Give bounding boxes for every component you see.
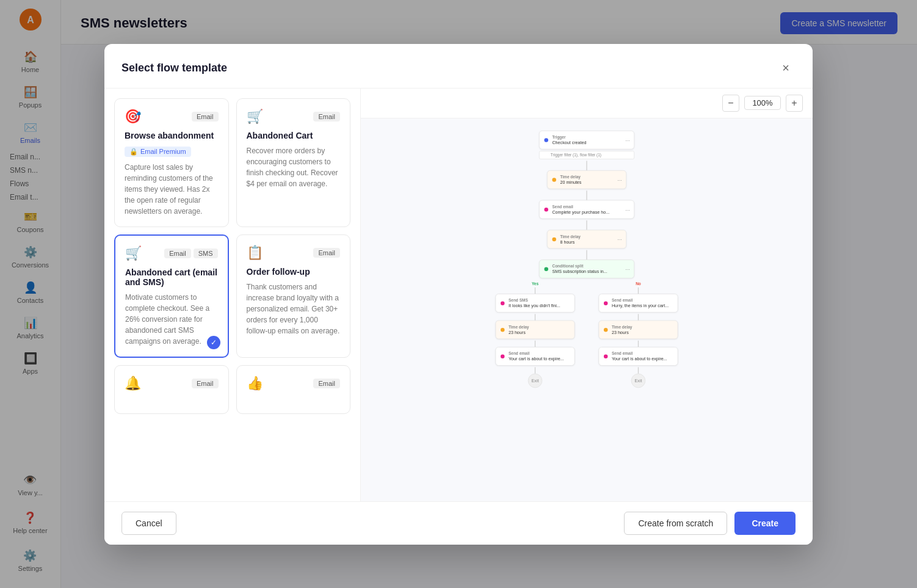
feedback-icon: 👍 bbox=[247, 376, 263, 391]
email-dot bbox=[604, 301, 608, 305]
browse-abandonment-icon: 🎯 bbox=[125, 109, 141, 125]
delay-dot bbox=[501, 327, 505, 332]
order-followup-icon: 📋 bbox=[247, 245, 263, 261]
zoom-in-button[interactable]: + bbox=[786, 95, 803, 112]
flow-node-send-sms: Send SMS It looks like you didn't fini..… bbox=[496, 294, 575, 313]
delay-dot bbox=[604, 327, 608, 332]
badge-email: Email bbox=[313, 379, 340, 388]
create-button[interactable]: Create bbox=[734, 512, 796, 535]
trigger-dot bbox=[544, 138, 548, 142]
flow-node-conditional: Conditional split SMS subscription statu… bbox=[539, 260, 634, 278]
badge-email: Email bbox=[192, 112, 219, 122]
flow-node-delay3: Time delay 23 hours bbox=[496, 320, 575, 339]
connector bbox=[586, 191, 587, 200]
flow-branches: Yes Send SMS It looks like you didn't fi… bbox=[468, 281, 706, 388]
preview-toolbar: − 100% + bbox=[361, 89, 813, 118]
badge-email: Email bbox=[192, 379, 219, 388]
footer-left: Cancel bbox=[121, 512, 176, 535]
template-card-abandoned-cart-email-sms[interactable]: 🛒 Email SMS Abandoned cart (email and SM… bbox=[114, 234, 229, 358]
abandoned-cart-icon: 🛒 bbox=[247, 109, 263, 125]
badge-email: Email bbox=[313, 248, 340, 258]
badge-sms: SMS bbox=[194, 249, 218, 258]
flow-node-send-email1: Send email Complete your purchase ho... … bbox=[539, 200, 634, 219]
branch-no: No Send email Hurry, the items in your c… bbox=[599, 281, 678, 388]
card-badges: Email bbox=[313, 112, 340, 122]
connector bbox=[586, 161, 587, 170]
card-name: Abandoned Cart bbox=[247, 131, 341, 140]
select-template-modal: Select flow template × 🎯 Email Browse ab… bbox=[104, 44, 813, 545]
flow-node-send-email2: Send email Your cart is about to expire.… bbox=[496, 347, 575, 366]
winback-icon: 🔔 bbox=[125, 376, 141, 391]
template-card-winback[interactable]: 🔔 Email bbox=[114, 365, 229, 414]
card-badges: Email bbox=[313, 379, 340, 388]
premium-badge: 🔒 Email Premium bbox=[125, 147, 191, 157]
card-badges: Email SMS bbox=[164, 249, 217, 258]
template-card-abandoned-cart[interactable]: 🛒 Email Abandoned Cart Recover more orde… bbox=[236, 98, 351, 227]
selected-check-icon: ✓ bbox=[207, 336, 220, 349]
flow-node-filter: Trigger filter (1), flow filter (1) bbox=[539, 151, 634, 159]
connector bbox=[638, 367, 639, 373]
connector bbox=[535, 287, 535, 293]
card-desc: Thank customers and increase brand loyal… bbox=[247, 281, 341, 336]
card-header: 📋 Email bbox=[247, 245, 341, 261]
connector bbox=[535, 340, 535, 346]
card-name: Order follow-up bbox=[247, 267, 341, 277]
templates-list: 🎯 Email Browse abandonment 🔒 Email Premi… bbox=[104, 89, 361, 501]
badge-email: Email bbox=[313, 112, 340, 122]
delay-dot bbox=[552, 178, 556, 182]
flow-node-delay1: Time delay 20 minutes ··· bbox=[547, 170, 626, 189]
card-desc: Recover more orders by encouraging custo… bbox=[247, 145, 341, 189]
abandoned-cart-sms-icon: 🛒 bbox=[125, 245, 142, 261]
modal-close-button[interactable]: × bbox=[776, 59, 796, 78]
delay-dot bbox=[552, 237, 556, 241]
lock-icon: 🔒 bbox=[129, 148, 138, 156]
card-header: 👍 Email bbox=[247, 376, 341, 391]
modal-body: 🎯 Email Browse abandonment 🔒 Email Premi… bbox=[104, 89, 813, 501]
preview-canvas: Trigger Checkout created ··· Trigger fil… bbox=[361, 118, 813, 501]
email-dot bbox=[544, 207, 548, 211]
branch-yes: Yes Send SMS It looks like you didn't fi… bbox=[496, 281, 575, 388]
connector bbox=[535, 314, 535, 320]
card-desc: Capture lost sales by reminding customer… bbox=[125, 162, 219, 217]
flow-diagram: Trigger Checkout created ··· Trigger fil… bbox=[468, 131, 706, 388]
card-header: 🛒 Email bbox=[247, 109, 341, 125]
badge-email: Email bbox=[164, 249, 191, 258]
connector bbox=[586, 250, 587, 260]
sms-dot bbox=[501, 301, 505, 305]
modal-title: Select flow template bbox=[121, 62, 227, 74]
card-badges: Email bbox=[313, 248, 340, 258]
flow-node-send-email3: Send email Your cart is about to expire.… bbox=[599, 347, 678, 366]
create-from-scratch-button[interactable]: Create from scratch bbox=[624, 512, 727, 535]
card-badges: Email bbox=[192, 112, 219, 122]
template-card-browse-abandonment[interactable]: 🎯 Email Browse abandonment 🔒 Email Premi… bbox=[114, 98, 229, 227]
flow-node-trigger: Trigger Checkout created ··· bbox=[539, 131, 634, 150]
card-badges: Email bbox=[192, 379, 219, 388]
email-dot bbox=[501, 354, 505, 358]
modal-header: Select flow template × bbox=[104, 44, 813, 89]
branch-end-yes: Exit bbox=[528, 373, 542, 387]
card-header: 🛒 Email SMS bbox=[125, 245, 218, 261]
modal-footer: Cancel Create from scratch Create bbox=[104, 501, 813, 545]
footer-right: Create from scratch Create bbox=[624, 512, 796, 535]
branch-end-no: Exit bbox=[631, 373, 645, 387]
card-name: Browse abandonment bbox=[125, 131, 219, 140]
template-preview: − 100% + Trigger Checkout created ··· bbox=[361, 89, 813, 501]
zoom-value: 100% bbox=[744, 96, 781, 110]
flow-node-delay2: Time delay 8 hours ··· bbox=[547, 230, 626, 249]
connector bbox=[638, 287, 639, 293]
card-desc: Motivate customers to complete checkout.… bbox=[125, 292, 218, 347]
card-name: Abandoned cart (email and SMS) bbox=[125, 267, 218, 287]
template-card-order-followup[interactable]: 📋 Email Order follow-up Thank customers … bbox=[236, 234, 351, 358]
connector bbox=[535, 367, 535, 373]
connector bbox=[586, 220, 587, 230]
flow-node-send-email-no: Send email Hurry, the items in your cart… bbox=[599, 294, 678, 313]
zoom-out-button[interactable]: − bbox=[722, 95, 739, 112]
cancel-button[interactable]: Cancel bbox=[121, 512, 176, 535]
card-header: 🎯 Email bbox=[125, 109, 219, 125]
template-card-feedback[interactable]: 👍 Email bbox=[236, 365, 351, 414]
connector bbox=[638, 340, 639, 346]
card-header: 🔔 Email bbox=[125, 376, 219, 391]
email-dot bbox=[604, 354, 608, 358]
flow-node-delay4: Time delay 23 hours bbox=[599, 320, 678, 339]
conditional-dot bbox=[544, 267, 548, 271]
